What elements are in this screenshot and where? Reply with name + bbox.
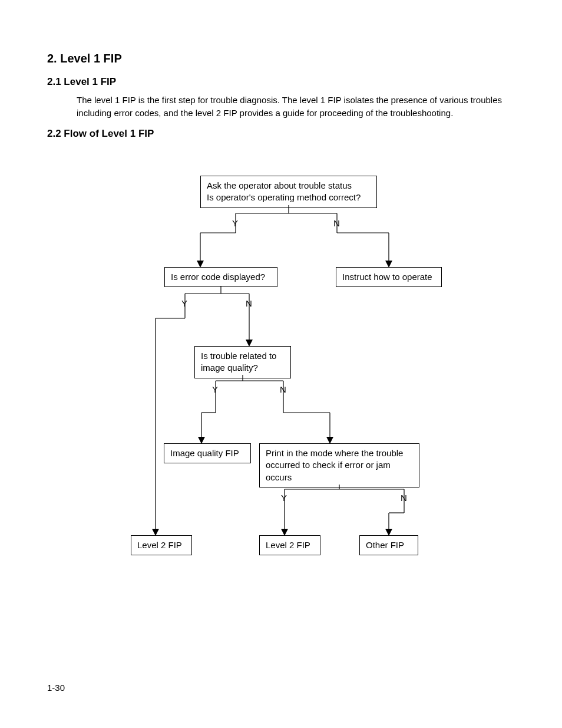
- intro-paragraph: The level 1 FIP is the first step for tr…: [77, 94, 515, 120]
- box-print-mode: Print in the mode where the trouble occu…: [259, 443, 419, 487]
- label-n-4: N: [401, 493, 407, 503]
- label-n-1: N: [333, 218, 340, 228]
- label-n-3: N: [280, 384, 286, 394]
- page-number: 1-30: [47, 683, 65, 693]
- label-n-2: N: [246, 298, 252, 308]
- box-level2-b: Level 2 FIP: [259, 535, 320, 555]
- box-image-quality-q: Is trouble related to image quality?: [194, 346, 291, 378]
- heading-main: 2. Level 1 FIP: [47, 52, 515, 65]
- label-y-2: Y: [181, 298, 187, 308]
- label-y-3: Y: [212, 384, 218, 394]
- box-level2-a: Level 2 FIP: [131, 535, 192, 555]
- box-error-code: Is error code displayed?: [164, 267, 277, 287]
- heading-2-2: 2.2 Flow of Level 1 FIP: [47, 128, 515, 140]
- box-image-quality-fip: Image quality FIP: [164, 443, 251, 463]
- box-other-fip: Other FIP: [359, 535, 418, 555]
- page: 2. Level 1 FIP 2.1 Level 1 FIP The level…: [0, 0, 562, 728]
- label-y-4: Y: [281, 493, 287, 503]
- heading-2-1: 2.1 Level 1 FIP: [47, 76, 515, 88]
- label-y-1: Y: [232, 218, 238, 228]
- box-ask-operator: Ask the operator about trouble statusIs …: [200, 176, 377, 208]
- box-instruct-operate: Instruct how to operate: [336, 267, 442, 287]
